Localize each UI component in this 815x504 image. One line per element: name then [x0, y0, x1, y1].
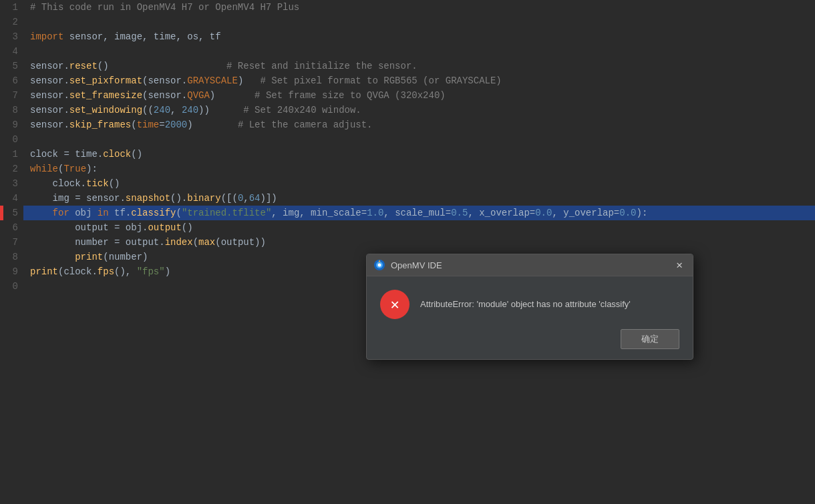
line-content: sensor.set_pixformat(sensor.GRAYSCALE) #…	[23, 73, 815, 88]
line-content: for obj in tf.classify("trained.tflite",…	[23, 206, 815, 220]
line-number: 1	[3, 0, 23, 15]
line-number: 6	[3, 220, 23, 235]
dialog-message: AttributeError: 'module' object has no a…	[420, 298, 631, 311]
line-content: sensor.set_framesize(sensor.QVGA) # Set …	[23, 88, 815, 103]
line-content: output = obj.output()	[23, 220, 815, 235]
line-content: import sensor, image, time, os, tf	[23, 29, 815, 44]
dialog-body: ✕ AttributeError: 'module' object has no…	[367, 276, 693, 329]
code-line: 6sensor.set_pixformat(sensor.GRAYSCALE) …	[0, 73, 815, 88]
error-dialog[interactable]: OpenMV IDE ✕ ✕ AttributeError: 'module' …	[366, 254, 693, 360]
line-number: 2	[3, 162, 23, 176]
line-number: 4	[3, 191, 23, 206]
code-line: 7sensor.set_framesize(sensor.QVGA) # Set…	[0, 88, 815, 103]
line-number: 5	[3, 59, 23, 73]
line-content: clock.tick()	[23, 176, 815, 191]
openmv-icon	[373, 259, 385, 271]
code-area: 1# This code run in OpenMV4 H7 or OpenMV…	[0, 0, 815, 294]
line-content	[23, 44, 815, 59]
line-number: 1	[3, 147, 23, 162]
code-line: 9sensor.skip_frames(time=2000) # Let the…	[0, 117, 815, 132]
code-line: 4	[0, 44, 815, 59]
code-line: 6 output = obj.output()	[0, 220, 815, 235]
line-content: # This code run in OpenMV4 H7 or OpenMV4…	[23, 0, 815, 15]
line-content: img = sensor.snapshot().binary([(0,64)])	[23, 191, 815, 206]
code-line: 2	[0, 15, 815, 29]
dialog-title-text: OpenMV IDE	[391, 260, 442, 270]
line-number: 9	[3, 117, 23, 132]
line-number: 3	[3, 176, 23, 191]
line-number: 2	[3, 15, 23, 29]
line-number: 5	[3, 206, 23, 220]
line-number: 3	[3, 29, 23, 44]
line-number: 9	[3, 264, 23, 279]
code-line: 3import sensor, image, time, os, tf	[0, 29, 815, 44]
code-line: 5sensor.reset() # Reset and initialize t…	[0, 59, 815, 73]
line-number: 0	[3, 279, 23, 294]
code-line: 1clock = time.clock()	[0, 147, 815, 162]
svg-point-2	[378, 264, 381, 267]
line-content	[23, 15, 815, 29]
line-content: sensor.set_windowing((240, 240)) # Set 2…	[23, 103, 815, 117]
line-content	[23, 132, 815, 147]
line-content: clock = time.clock()	[23, 147, 815, 162]
code-line: 4 img = sensor.snapshot().binary([(0,64)…	[0, 191, 815, 206]
code-line: 5 for obj in tf.classify("trained.tflite…	[0, 206, 815, 220]
line-number: 6	[3, 73, 23, 88]
line-number: 4	[3, 44, 23, 59]
code-line: 8sensor.set_windowing((240, 240)) # Set …	[0, 103, 815, 117]
line-number: 8	[3, 250, 23, 264]
line-number: 0	[3, 132, 23, 147]
code-line: 0	[0, 132, 815, 147]
dialog-title-left: OpenMV IDE	[373, 259, 442, 271]
error-icon: ✕	[380, 290, 410, 319]
dialog-titlebar: OpenMV IDE ✕	[367, 254, 693, 276]
editor-container: 1# This code run in OpenMV4 H7 or OpenMV…	[0, 0, 815, 504]
code-line: 7 number = output.index(max(output))	[0, 235, 815, 250]
code-line: 3 clock.tick()	[0, 176, 815, 191]
line-content: number = output.index(max(output))	[23, 235, 815, 250]
code-line: 2while(True):	[0, 162, 815, 176]
dialog-footer: 确定	[367, 329, 693, 359]
line-content: sensor.skip_frames(time=2000) # Let the …	[23, 117, 815, 132]
line-number: 7	[3, 235, 23, 250]
line-content: while(True):	[23, 162, 815, 176]
dialog-ok-button[interactable]: 确定	[621, 329, 679, 349]
line-content: sensor.reset() # Reset and initialize th…	[23, 59, 815, 73]
line-number: 7	[3, 88, 23, 103]
code-line: 1# This code run in OpenMV4 H7 or OpenMV…	[0, 0, 815, 15]
dialog-close-button[interactable]: ✕	[673, 258, 686, 272]
line-number: 8	[3, 103, 23, 117]
